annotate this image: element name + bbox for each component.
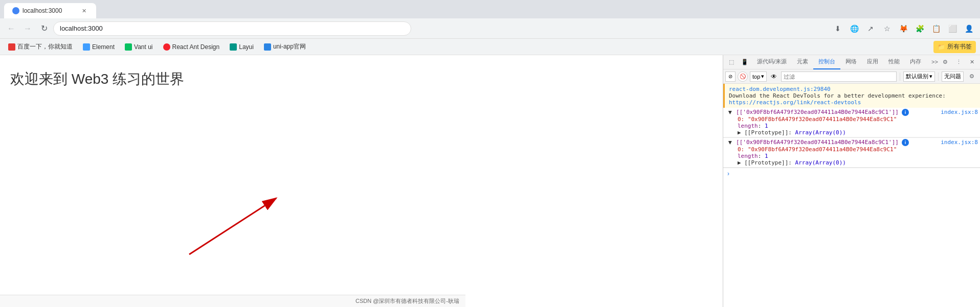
- console-entry-2-header: ▶ [['0x90F8bf6A479f320ead074411a4B0e7944…: [727, 139, 978, 146]
- bookmark-element[interactable]: Element: [79, 41, 119, 53]
- bookmark-icon[interactable]: ☆: [880, 21, 894, 36]
- react-devtools-link[interactable]: https://reactjs.org/link/react-devtools: [729, 99, 861, 106]
- devtools-console: react-dom.development.js:29840 Download …: [723, 84, 980, 307]
- log-level-selector[interactable]: 默认级别 ▾: [903, 72, 935, 82]
- console-key-1-val: ['0x90F8bf6A479f320ead074411a4B0e7944Ea8…: [740, 109, 896, 115]
- bookmarks-bar: 百度一下，你就知道 Element Vant ui React Ant Desi…: [0, 39, 980, 55]
- log-level-arrow: ▾: [929, 73, 932, 80]
- bookmark-layui-label: Layui: [239, 43, 254, 51]
- react-devtools-text: Download the React DevTools for a better…: [729, 92, 946, 106]
- window-icon[interactable]: ⬜: [945, 21, 960, 36]
- console-entry-2-left: ▶ [['0x90F8bf6A479f320ead074411a4B0e7944…: [727, 139, 909, 146]
- tab-console[interactable]: 控制台: [813, 55, 840, 69]
- footer: CSDN @深圳市有德者科技有限公司-耿瑞: [0, 295, 465, 307]
- main-area: 欢迎来到 Web3 练习的世界 CSDN @深圳市有德者科技有限公司-耿瑞 ⬚: [0, 55, 980, 307]
- console-input[interactable]: [731, 171, 976, 177]
- active-tab[interactable]: localhost:3000 ✕: [4, 3, 96, 18]
- eye-button[interactable]: 👁: [769, 72, 779, 82]
- page-heading: 欢迎来到 Web3 练习的世界: [10, 69, 712, 89]
- footer-text: CSDN @深圳市有德者科技有限公司-耿瑞: [355, 297, 459, 305]
- devtools-right-icons: ⚙ ⋮ ✕: [939, 56, 978, 68]
- profile-icon[interactable]: 👤: [962, 21, 976, 36]
- console-proto-2: ▶ [[Prototype]]: Array(Array(0)): [727, 159, 978, 166]
- download-icon[interactable]: ⬇: [831, 21, 845, 36]
- uniapp-favicon: [264, 43, 271, 51]
- address-bar[interactable]: localhost:3000: [53, 21, 411, 36]
- source-link-1[interactable]: index.jsx:8: [941, 109, 978, 115]
- bookmark-uniapp[interactable]: uni-app官网: [260, 41, 310, 53]
- tab-more[interactable]: >>: [926, 55, 938, 69]
- bookmark-layui[interactable]: Layui: [226, 41, 258, 53]
- console-value-1: 0: "0x90F8bf6A479f320ead074411a4B0e7944E…: [727, 116, 978, 123]
- console-filter-input[interactable]: [781, 72, 897, 82]
- console-key-2: [: [736, 139, 740, 146]
- bookmark-vant[interactable]: Vant ui: [121, 41, 157, 53]
- tab-memory[interactable]: 内存: [905, 55, 926, 69]
- source-link-2[interactable]: index.jsx:8: [941, 139, 978, 146]
- vant-favicon: [125, 43, 132, 51]
- info-icon-1[interactable]: i: [902, 109, 909, 116]
- tab-favicon: [12, 7, 19, 14]
- console-settings-icon[interactable]: ⚙: [966, 70, 978, 83]
- console-entry-1-left: ▶ [['0x90F8bf6A479f320ead074411a4B0e7944…: [727, 109, 909, 116]
- element-favicon: [83, 43, 90, 51]
- more-options-icon[interactable]: ⋮: [952, 56, 965, 68]
- prompt-chevron-icon: ›: [727, 170, 729, 177]
- tab-performance[interactable]: 性能: [883, 55, 905, 69]
- warning-content: react-dom.development.js:29840 Download …: [729, 86, 976, 106]
- tab-application[interactable]: 应用: [862, 55, 883, 69]
- folder-icon: 📁: [938, 43, 945, 51]
- tab-source[interactable]: 源代码/来源: [752, 55, 792, 69]
- expand-arrow-2[interactable]: ▶: [727, 139, 733, 146]
- expand-arrow-1[interactable]: ▶: [727, 109, 733, 115]
- bookmark-react-ant[interactable]: React Ant Design: [159, 41, 224, 53]
- webpage-content: 欢迎来到 Web3 练习的世界 CSDN @深圳市有德者科技有限公司-耿瑞: [0, 55, 723, 307]
- all-bookmarks-button[interactable]: 📁 所有书签: [933, 41, 976, 53]
- console-key-1: [: [736, 109, 740, 115]
- console-key-2-end: ]: [895, 139, 899, 146]
- context-selector[interactable]: top ▾: [750, 72, 767, 82]
- close-devtools-icon[interactable]: ✕: [966, 56, 978, 68]
- bookmark-baidu[interactable]: 百度一下，你就知道: [4, 41, 77, 53]
- react-ant-favicon: [163, 43, 170, 51]
- tab-close-button[interactable]: ✕: [80, 7, 88, 15]
- clear-console-button[interactable]: ⊘: [725, 72, 736, 82]
- issues-button[interactable]: 无问题: [942, 72, 964, 82]
- info-icon-2[interactable]: i: [902, 139, 909, 146]
- console-value-2: 0: "0x90F8bf6A479f320ead074411a4B0e7944E…: [727, 146, 978, 153]
- console-length-1: length: 1: [727, 123, 978, 129]
- log-level-label: 默认级别: [906, 73, 928, 80]
- console-key-1-end: ]: [895, 109, 899, 115]
- browser-toolbar: ← → ↻ localhost:3000 ⬇ 🌐 ↗ ☆ 🦊 🧩 📋 ⬜ 👤: [0, 18, 980, 39]
- tab-elements[interactable]: 元素: [792, 55, 813, 69]
- file-ref-warning[interactable]: react-dom.development.js:29840: [729, 86, 831, 92]
- translate-icon[interactable]: 🌐: [847, 21, 861, 36]
- tab-network[interactable]: 网络: [840, 55, 862, 69]
- extension3-icon[interactable]: 📋: [929, 21, 943, 36]
- console-entry-1-header: ▶ [['0x90F8bf6A479f320ead074411a4B0e7944…: [727, 109, 978, 116]
- forward-button[interactable]: →: [20, 21, 35, 36]
- reload-button[interactable]: ↻: [37, 21, 51, 36]
- extension2-icon[interactable]: 🧩: [912, 21, 927, 36]
- all-bookmarks-label: 所有书签: [947, 42, 972, 51]
- devtools-secondbar: ⊘ 🚫 top ▾ 👁 默认级别 ▾ 无问题 ⚙: [723, 69, 980, 84]
- toolbar-right: ⬇ 🌐 ↗ ☆ 🦊 🧩 📋 ⬜ 👤: [831, 21, 976, 36]
- bookmarks-right: 📁 所有书签: [933, 41, 976, 53]
- share-icon[interactable]: ↗: [863, 21, 878, 36]
- back-button[interactable]: ←: [4, 21, 18, 36]
- context-selector-label: top: [752, 74, 760, 80]
- inspect-element-icon[interactable]: ⬚: [725, 56, 738, 68]
- extension1-icon[interactable]: 🦊: [896, 21, 910, 36]
- console-length-2: length: 1: [727, 153, 978, 159]
- console-entry-1: ▶ [['0x90F8bf6A479f320ead074411a4B0e7944…: [723, 108, 980, 137]
- device-toolbar-icon[interactable]: 📱: [739, 56, 751, 68]
- settings-icon[interactable]: ⚙: [939, 56, 951, 68]
- console-key-2-val: ['0x90F8bf6A479f320ead074411a4B0e7944Ea8…: [740, 139, 896, 146]
- devtools-tabs: 源代码/来源 元素 控制台 网络 应用 性能: [752, 55, 938, 69]
- issues-label: 无问题: [944, 73, 961, 80]
- filter-toggle-button[interactable]: 🚫: [738, 72, 748, 82]
- layui-favicon: [230, 43, 237, 51]
- separator: [900, 73, 900, 81]
- separator2: [938, 73, 939, 81]
- devtools-panel: ⬚ 📱 源代码/来源 元素 控制台 网络 应用: [723, 55, 980, 307]
